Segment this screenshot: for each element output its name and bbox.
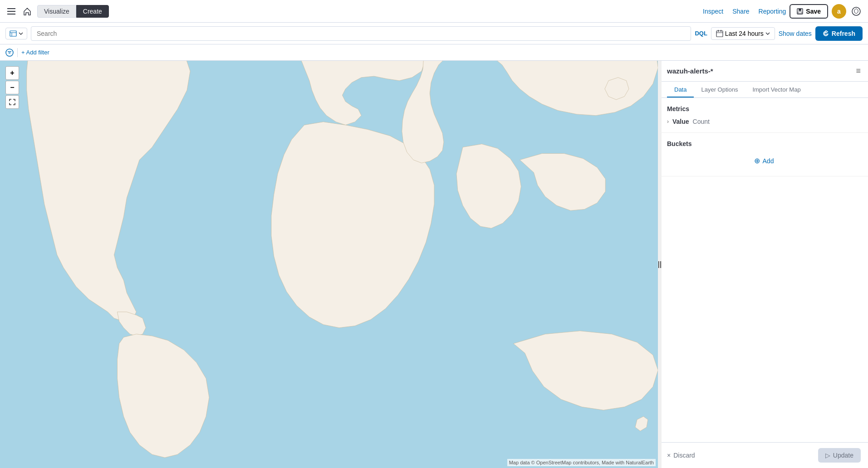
main-content: + −	[0, 61, 868, 468]
zoom-in-button[interactable]: +	[5, 66, 19, 80]
breadcrumb-visualize[interactable]: Visualize	[37, 5, 76, 18]
svg-rect-0	[7, 8, 15, 9]
svg-rect-2	[7, 14, 15, 15]
metrics-item[interactable]: › Value Count	[667, 118, 861, 125]
hamburger-button[interactable]	[5, 6, 17, 16]
share-link[interactable]: Share	[732, 8, 749, 15]
map-attribution: Map data © OpenStreetMap contributors, M…	[507, 459, 656, 466]
update-icon: ▷	[825, 452, 830, 459]
search-input-wrap	[31, 26, 691, 41]
add-filter-button[interactable]: + Add filter	[21, 49, 49, 56]
svg-point-14	[6, 49, 13, 56]
panel-resizer[interactable]: ||	[658, 61, 662, 468]
tab-data[interactable]: Data	[667, 82, 694, 98]
metrics-section: Metrics › Value Count	[660, 98, 868, 133]
refresh-button[interactable]: Refresh	[815, 26, 863, 41]
svg-rect-4	[799, 9, 801, 11]
filter-icon-button[interactable]	[5, 49, 14, 57]
panel-body: Metrics › Value Count Buckets ⊕ Add	[660, 98, 868, 442]
update-label: Update	[833, 452, 853, 459]
save-label: Save	[806, 8, 821, 15]
discard-label: Discard	[673, 452, 695, 459]
home-button[interactable]	[21, 5, 34, 18]
search-input[interactable]	[31, 26, 691, 41]
tab-import-vector-map[interactable]: Import Vector Map	[745, 82, 808, 98]
breadcrumb-create[interactable]: Create	[76, 5, 109, 18]
alert-icon-button[interactable]	[850, 5, 863, 18]
top-nav: Visualize Create Inspect Share Reporting…	[0, 0, 868, 23]
avatar[interactable]: a	[832, 4, 846, 19]
nav-links: Inspect Share Reporting	[703, 8, 786, 15]
panel-tabs: Data Layer Options Import Vector Map	[660, 82, 868, 98]
show-dates-button[interactable]: Show dates	[779, 30, 812, 37]
buckets-add-icon: ⊕	[754, 156, 760, 165]
buckets-add-label: Add	[763, 157, 774, 165]
buckets-add-button[interactable]: ⊕ Add	[667, 153, 861, 169]
refresh-label: Refresh	[832, 30, 855, 37]
save-button[interactable]: Save	[790, 4, 828, 19]
discard-button[interactable]: × Discard	[667, 452, 695, 459]
panel-title: wazuh-alerts-*	[667, 67, 713, 75]
calendar-button[interactable]: Last 24 hours	[711, 27, 775, 40]
tab-layer-options[interactable]: Layer Options	[694, 82, 745, 98]
right-panel: || wazuh-alerts-* ≡ Data Layer Options I…	[659, 61, 868, 468]
map-tool-button[interactable]	[5, 95, 19, 109]
filter-divider	[17, 48, 18, 57]
buckets-section: Buckets ⊕ Add	[660, 133, 868, 176]
zoom-out-button[interactable]: −	[5, 81, 19, 94]
map-controls: + −	[5, 66, 19, 109]
update-button[interactable]: ▷ Update	[818, 448, 861, 463]
search-bar: DQL Last 24 hours Show dates Refresh	[0, 23, 868, 44]
metrics-value: Count	[693, 118, 710, 125]
metrics-chevron: ›	[667, 118, 669, 125]
svg-rect-5	[798, 12, 802, 14]
metrics-label: Value	[672, 118, 689, 125]
breadcrumb: Visualize Create	[37, 5, 109, 18]
panel-header: wazuh-alerts-* ≡	[660, 61, 868, 82]
panel-menu-button[interactable]: ≡	[856, 66, 861, 76]
time-label: Last 24 hours	[725, 30, 764, 37]
discard-icon: ×	[667, 452, 671, 459]
map-area[interactable]: + −	[0, 61, 659, 468]
reporting-link[interactable]: Reporting	[759, 8, 786, 15]
metrics-title: Metrics	[667, 105, 861, 112]
time-filter: Last 24 hours Show dates Refresh	[711, 26, 863, 41]
inspect-link[interactable]: Inspect	[703, 8, 723, 15]
dql-button[interactable]: DQL	[695, 30, 707, 37]
buckets-title: Buckets	[667, 140, 861, 147]
index-selector[interactable]	[5, 28, 27, 39]
panel-footer: × Discard ▷ Update	[660, 442, 868, 468]
filter-bar: + Add filter	[0, 44, 868, 61]
resizer-dots: ||	[658, 260, 662, 268]
svg-rect-7	[10, 31, 16, 36]
world-map	[0, 61, 659, 468]
svg-rect-1	[7, 11, 15, 12]
svg-rect-10	[716, 31, 723, 37]
